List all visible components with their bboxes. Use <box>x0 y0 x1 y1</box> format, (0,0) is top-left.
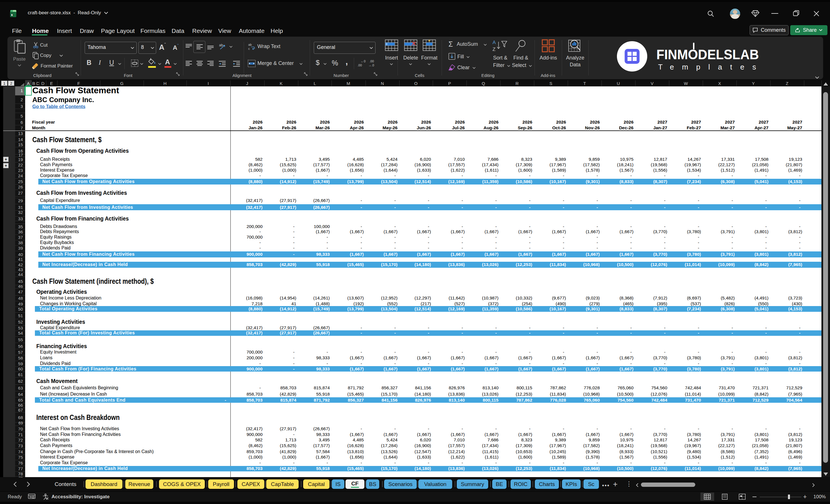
svg-text:→.0: →.0 <box>369 63 374 67</box>
svg-text:x: x <box>11 12 13 17</box>
svg-text:.00: .00 <box>357 63 362 67</box>
svg-text:ab: ab <box>219 43 223 47</box>
svg-text:Z: Z <box>492 46 496 52</box>
svg-text:ab: ab <box>248 43 252 46</box>
svg-text:←0: ←0 <box>361 60 365 63</box>
svg-text:.00: .00 <box>370 60 374 63</box>
svg-text:c: c <box>248 47 250 50</box>
svg-text:A: A <box>492 40 496 45</box>
